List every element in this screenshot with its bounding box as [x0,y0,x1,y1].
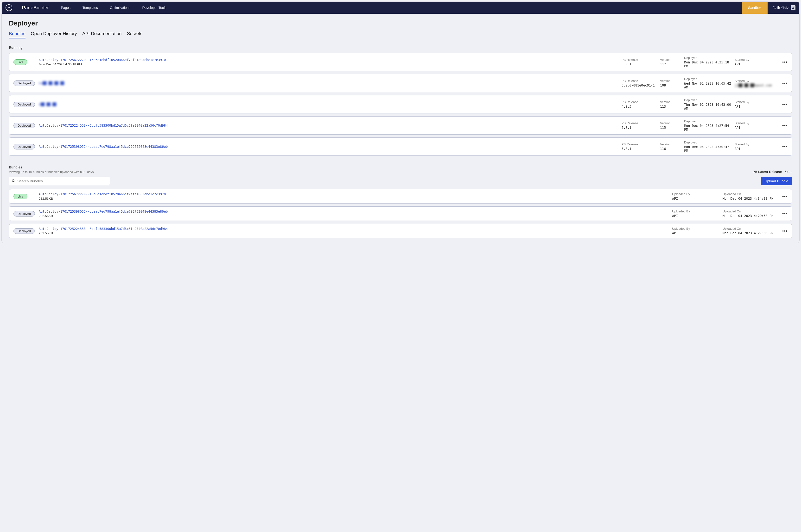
tabs: Bundles Open Deployer History API Docume… [9,31,792,38]
bundle-name-link[interactable]: AutoDeploy-1701725672279--16e6e1ebdf1052… [39,192,670,196]
version-label: Version [660,100,682,104]
bundle-row: Deployed AutoDeploy-1701725398052--dbeab… [9,206,792,221]
deployed-value: Wed Nov 01 2023 10:05:42 AM [684,81,732,89]
uploaded-by-value: API [672,231,720,235]
nav-optimizations[interactable]: Optimizations [110,6,130,10]
pb-release-label: PB Release [622,79,658,83]
uploaded-on-label: Uploaded On [723,192,776,196]
pb-release-label: PB Release [622,100,658,104]
search-input[interactable] [17,179,107,183]
deployed-label: Deployed [684,140,732,144]
uploaded-by-value: API [672,214,720,218]
pb-release-label: PB Release [622,121,658,125]
more-icon[interactable]: ••• [778,60,787,65]
started-by-value: API [734,126,776,130]
status-badge: Live [14,59,28,65]
more-icon[interactable]: ••• [778,144,787,149]
pb-release-value: 5.0.0-081e0ec91-1 [622,83,658,87]
status-badge: Deployed [14,228,35,234]
tab-history[interactable]: Open Deployer History [31,31,77,38]
deploy-name-link[interactable]: AutoDeploy-1701725672279--16e6e1ebdf1052… [39,58,619,62]
user-menu[interactable]: Fatih Yildiz [768,5,796,10]
svg-line-2 [14,182,15,183]
version-label: Version [660,79,682,83]
logo[interactable] [5,4,12,11]
latest-release: PB Latest Release 5.0.1 [753,170,792,174]
deployed-value: Thu Nov 02 2023 10:43:00 AM [684,102,732,110]
started-by-value: API [734,104,776,108]
latest-release-value: 5.0.1 [785,170,792,174]
bundle-size: 232.55KB [39,231,670,235]
deploy-row: Deployed AutoDeploy-1701725224553--6ccfb… [9,116,792,135]
deployed-label: Deployed [684,98,732,102]
started-by-label: Started By [734,100,776,104]
deploy-row: Deployed no██ ██ ██ ██ PB Release 5.0.0-… [9,74,792,92]
bundle-size: 232.53KB [39,197,670,201]
tab-bundles[interactable]: Bundles [9,31,25,38]
version-value: 113 [660,104,682,108]
bundle-row: Deployed AutoDeploy-1701725224553--6ccfb… [9,224,792,238]
user-name: Fatih Yildiz [772,6,789,10]
bundle-name-link[interactable]: AutoDeploy-1701725224553--6ccfb583300bd1… [39,227,670,231]
version-label: Version [660,58,682,61]
latest-release-label: PB Latest Release [753,170,782,174]
upload-bundle-button[interactable]: Upload Bundle [761,177,792,185]
running-list: Live AutoDeploy-1701725672279--16e6e1ebd… [9,53,792,156]
running-label: Running [9,46,792,50]
uploaded-by-label: Uploaded By [672,227,720,230]
deploy-name-link[interactable]: no██ ██ ██ ██ [39,81,619,85]
tab-api-docs[interactable]: API Documentation [82,31,122,38]
logo-icon [7,6,11,10]
status-badge: Deployed [14,123,35,128]
version-label: Version [660,121,682,125]
deploy-name-link[interactable]: AutoDeploy-1701725398052--dbeab7ed798aa1… [39,145,619,149]
search-bundles[interactable] [9,177,110,185]
deploy-name-link[interactable]: n██ ██ ██ [39,102,619,106]
version-value: 115 [660,126,682,130]
nav-links: Pages Templates Optimizations Developer … [61,6,742,10]
nav-developer-tools[interactable]: Developer Tools [142,6,166,10]
started-by-value: API [734,147,776,151]
page-title: Deployer [9,19,792,27]
pb-release-value: 5.0.1 [622,126,658,130]
deployed-label: Deployed [684,119,732,123]
status-badge: Deployed [14,144,35,150]
uploaded-on-value: Mon Dec 04 2023 4:34:33 PM [723,196,776,201]
uploaded-on-label: Uploaded On [723,227,776,230]
pb-release-value: 5.0.1 [622,147,658,151]
more-icon[interactable]: ••• [778,123,787,128]
uploaded-by-label: Uploaded By [672,192,720,196]
more-icon[interactable]: ••• [778,194,787,199]
uploaded-on-value: Mon Dec 04 2023 4:27:05 PM [723,231,776,235]
more-icon[interactable]: ••• [778,211,787,216]
deploy-name-link[interactable]: AutoDeploy-1701725224553--6ccfb583300bd1… [39,124,619,127]
pb-release-value: 4.0.5 [622,104,658,108]
brand-name: PageBuilder [22,5,49,11]
svg-point-1 [12,180,14,182]
uploaded-by-label: Uploaded By [672,210,720,213]
status-badge: Live [14,194,28,199]
tab-secrets[interactable]: Secrets [127,31,142,38]
more-icon[interactable]: ••• [778,102,787,107]
search-icon [12,179,15,183]
nav-pages[interactable]: Pages [61,6,71,10]
started-by-value: ji██ ██ ██hpost.com [734,83,776,87]
nav-templates[interactable]: Templates [83,6,98,10]
uploaded-on-label: Uploaded On [723,210,776,213]
pb-release-value: 5.0.1 [622,62,658,66]
svg-point-0 [793,6,794,8]
started-by-label: Started By [734,121,776,125]
deployed-value: Mon Dec 04 2023 4:30:47 PM [684,145,732,153]
uploaded-on-value: Mon Dec 04 2023 4:29:58 PM [723,214,776,218]
started-by-value: API [734,62,776,66]
deploy-row: Deployed n██ ██ ██ PB Release 4.0.5 Vers… [9,95,792,113]
deployed-value: Mon Dec 04 2023 4:35:18 PM [684,60,732,68]
user-icon [791,5,796,10]
sandbox-badge: Sandbox [742,2,768,14]
more-icon[interactable]: ••• [778,229,787,233]
version-value: 116 [660,147,682,151]
status-badge: Deployed [14,211,35,216]
bundle-name-link[interactable]: AutoDeploy-1701725398052--dbeab7ed798aa1… [39,210,670,213]
deployed-value: Mon Dec 04 2023 4:27:54 PM [684,124,732,131]
more-icon[interactable]: ••• [778,81,787,86]
